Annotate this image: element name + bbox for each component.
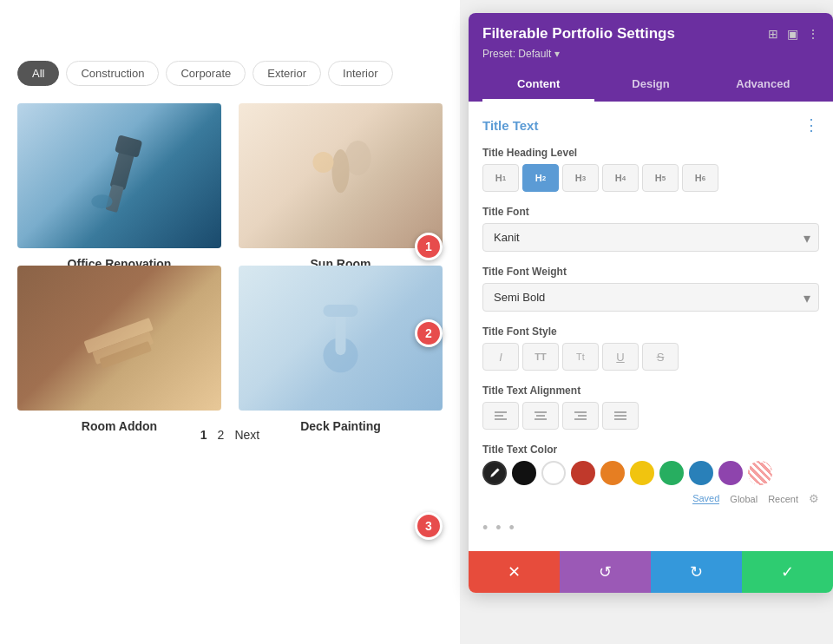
color-orange[interactable] bbox=[600, 461, 625, 485]
color-black[interactable] bbox=[512, 461, 536, 485]
color-yellow[interactable] bbox=[630, 461, 654, 485]
more-dots: • • • bbox=[482, 519, 819, 537]
title-font-row: Title Font Kanit bbox=[482, 206, 819, 252]
svg-rect-24 bbox=[614, 418, 626, 420]
text-align-label: Title Text Alignment bbox=[482, 384, 819, 397]
portfolio-item-deck: Deck Painting bbox=[239, 266, 443, 411]
confirm-button[interactable]: ✓ bbox=[742, 551, 833, 593]
svg-rect-16 bbox=[535, 411, 547, 413]
redo-button[interactable]: ↻ bbox=[651, 551, 742, 593]
heading-level-row: Title Heading Level H1 H2 H3 H4 H5 H6 bbox=[482, 147, 819, 192]
portfolio-img-deck[interactable] bbox=[239, 266, 443, 411]
svg-point-6 bbox=[312, 152, 333, 173]
panel-footer: ✕ ↺ ↻ ✓ bbox=[469, 551, 833, 593]
svg-rect-21 bbox=[574, 418, 587, 420]
heading-btn-h3[interactable]: H3 bbox=[562, 164, 599, 192]
panel-more-icon[interactable]: ⋮ bbox=[807, 27, 819, 41]
align-left[interactable] bbox=[482, 402, 519, 430]
panel-layout-icon[interactable]: ▣ bbox=[787, 27, 798, 41]
panel-body: Title Text ⋮ Title Heading Level H1 H2 H… bbox=[469, 102, 833, 551]
style-capitalize[interactable]: Tt bbox=[562, 343, 599, 371]
portfolio-img-office[interactable] bbox=[17, 103, 221, 248]
heading-btn-h4[interactable]: H4 bbox=[602, 164, 639, 192]
portfolio-title-deck: Deck Painting bbox=[239, 419, 443, 433]
section-title: Title Text bbox=[482, 118, 538, 133]
section-menu-icon[interactable]: ⋮ bbox=[803, 115, 819, 135]
text-align-row: Title Text Alignment bbox=[482, 384, 819, 430]
settings-panel: Filterable Portfolio Settings ⊞ ▣ ⋮ Pres… bbox=[469, 13, 833, 593]
color-white[interactable] bbox=[541, 461, 566, 485]
tab-advanced[interactable]: Advanced bbox=[707, 69, 819, 102]
step-1: 1 bbox=[415, 233, 443, 260]
portfolio-img-sunroom[interactable] bbox=[239, 103, 443, 248]
style-strikethrough[interactable]: S bbox=[642, 343, 679, 371]
section-header: Title Text ⋮ bbox=[482, 115, 819, 135]
color-tab-recent[interactable]: Recent bbox=[768, 494, 798, 504]
tab-design[interactable]: Design bbox=[594, 69, 706, 102]
heading-btn-h6[interactable]: H6 bbox=[682, 164, 718, 192]
color-none[interactable] bbox=[748, 461, 772, 485]
panel-preset[interactable]: Preset: Default ▾ bbox=[482, 48, 819, 60]
font-weight-row: Title Font Weight Semi Bold bbox=[482, 266, 819, 312]
portfolio-item-sunroom: Sun Room bbox=[239, 103, 443, 248]
style-uppercase[interactable]: TT bbox=[522, 343, 559, 371]
align-buttons bbox=[482, 402, 819, 430]
font-weight-select[interactable]: Semi Bold bbox=[482, 283, 819, 312]
svg-rect-14 bbox=[495, 415, 503, 417]
filter-tab-corporate[interactable]: Corporate bbox=[166, 61, 246, 86]
heading-buttons: H1 H2 H3 H4 H5 H6 bbox=[482, 164, 819, 192]
filter-tab-all[interactable]: All bbox=[17, 61, 59, 86]
page-2[interactable]: 2 bbox=[218, 428, 225, 442]
panel-header-icons: ⊞ ▣ ⋮ bbox=[768, 27, 819, 41]
font-weight-label: Title Font Weight bbox=[482, 266, 819, 278]
align-center[interactable] bbox=[522, 402, 559, 430]
font-style-row: Title Font Style I TT Tt U S bbox=[482, 325, 819, 371]
svg-rect-13 bbox=[495, 411, 507, 413]
color-green[interactable] bbox=[659, 461, 684, 485]
page-next[interactable]: Next bbox=[234, 428, 259, 442]
portfolio-grid: Office Renovation Sun Room bbox=[17, 103, 443, 411]
color-settings-icon[interactable]: ⚙ bbox=[809, 492, 819, 505]
filter-tab-interior[interactable]: Interior bbox=[328, 61, 392, 86]
panel-expand-icon[interactable]: ⊞ bbox=[768, 27, 778, 41]
filter-tabs: All Construction Corporate Exterior Inte… bbox=[17, 61, 443, 86]
svg-rect-22 bbox=[614, 411, 626, 413]
style-italic[interactable]: I bbox=[482, 343, 519, 371]
svg-point-3 bbox=[91, 195, 112, 209]
page-1[interactable]: 1 bbox=[200, 428, 207, 442]
svg-rect-23 bbox=[614, 415, 626, 417]
title-font-select[interactable]: Kanit bbox=[482, 223, 819, 252]
svg-rect-15 bbox=[495, 418, 507, 420]
style-buttons: I TT Tt U S bbox=[482, 343, 819, 371]
svg-rect-20 bbox=[578, 415, 587, 417]
color-red[interactable] bbox=[571, 461, 595, 485]
portfolio-img-room[interactable] bbox=[17, 266, 221, 411]
undo-button[interactable]: ↺ bbox=[560, 551, 651, 593]
heading-level-label: Title Heading Level bbox=[482, 147, 819, 159]
heading-btn-h1[interactable]: H1 bbox=[482, 164, 519, 192]
color-tab-saved[interactable]: Saved bbox=[692, 493, 719, 504]
portfolio-item-room: Room Addon bbox=[17, 266, 221, 411]
style-underline[interactable]: U bbox=[602, 343, 639, 371]
heading-btn-h2[interactable]: H2 bbox=[522, 164, 559, 192]
panel-title: Filterable Portfolio Settings bbox=[482, 25, 675, 43]
svg-rect-12 bbox=[323, 305, 357, 317]
color-blue[interactable] bbox=[689, 461, 713, 485]
svg-rect-19 bbox=[574, 411, 587, 413]
align-justify[interactable] bbox=[602, 402, 639, 430]
color-tab-global[interactable]: Global bbox=[730, 494, 758, 504]
text-color-label: Title Text Color bbox=[482, 444, 819, 456]
color-purple[interactable] bbox=[718, 461, 743, 485]
color-swatches bbox=[482, 461, 819, 485]
font-weight-select-wrapper: Semi Bold bbox=[482, 283, 819, 312]
tab-content[interactable]: Content bbox=[482, 69, 594, 102]
text-color-row: Title Text Color Saved Global Recent bbox=[482, 444, 819, 505]
color-picker-btn[interactable] bbox=[482, 461, 507, 485]
filter-tab-exterior[interactable]: Exterior bbox=[253, 61, 321, 86]
filter-tab-construction[interactable]: Construction bbox=[66, 61, 159, 86]
align-right[interactable] bbox=[562, 402, 599, 430]
svg-rect-17 bbox=[536, 415, 545, 417]
portfolio-area: All Construction Corporate Exterior Inte… bbox=[0, 0, 460, 644]
cancel-button[interactable]: ✕ bbox=[469, 551, 560, 593]
heading-btn-h5[interactable]: H5 bbox=[642, 164, 679, 192]
